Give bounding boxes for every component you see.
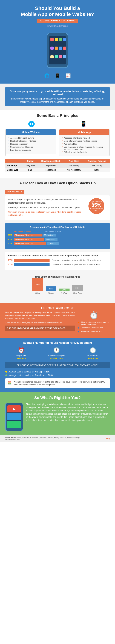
time-row-2018: 2018 2 hours and 36 minutes 26 minutes [8, 238, 107, 241]
fav-bar-3: 10% 4-5 App [59, 278, 70, 294]
principles-grid: Mobile Website Accessed through browsing… [5, 129, 110, 156]
effort-right: ⏱️ ● It takes 18 weeks, on average, to b… [78, 311, 110, 334]
year-2019: 2019 [8, 242, 14, 245]
popularity-text2: However, in terms of time spent, mobile … [8, 206, 83, 209]
final-phone-graphic: ▶ [5, 403, 23, 431]
fav-bar-4: 23% Other Apps [72, 278, 83, 294]
hours-item-very-complex: 🕛 Very complex: 900+ hours [87, 347, 99, 360]
year-2017: 2017 [8, 234, 14, 236]
hours-item-simple: ⏰ Simple app: 300 hours [16, 347, 26, 360]
cost-item-android: Average cost to develop an Android app: … [5, 374, 110, 376]
web-bar-2017: 26 minutes [43, 234, 56, 236]
website-col-header: Mobile Website [6, 130, 56, 135]
android-cost-label: Average cost to develop an Android app: [8, 374, 47, 376]
fav-bars: 49% #1 App 18% #2 App 10% 4-5 App 23% [8, 280, 107, 294]
clock-icon: ⏰ [16, 347, 26, 353]
effort-point-3-text: 8 weeks for the front end [81, 330, 102, 332]
effort-point-2-text: 10 weeks for the back end [81, 326, 103, 328]
time-row-2019: 2019 2 hours and 45 minutes 27 minutes [8, 242, 107, 245]
popularity-text: Because they're ubiquitous on mobile dev… [8, 198, 83, 218]
popularity-box: Because they're ubiquitous on mobile dev… [5, 196, 110, 220]
sources-text: BIScience, comscore, EntrepreNeur, eMark… [14, 437, 80, 438]
hours-num-simple: 300 hours [17, 357, 26, 359]
website-features-list: Accessed through browsing Relatively sta… [6, 135, 56, 154]
page-title: Should You Build a Mobile App or Mobile … [7, 5, 108, 17]
fav-label-2: #2 App [48, 292, 54, 294]
fav-bar-1: 49% #1 App [32, 278, 43, 294]
on-mobile-web-label: ON MOBILE WEB [45, 230, 61, 232]
fav-label-4: Other Apps [73, 292, 82, 294]
cost-item-ios: Average cost to develop an iOS app: $28K [5, 370, 110, 373]
fav-bar-2: 18% #2 App [46, 278, 56, 294]
table-cell: Mandatory [84, 164, 110, 168]
app-bar-2018: 2 hours and 36 minutes [14, 238, 44, 241]
effort-point-1-text: It takes 18 weeks, on average, to build … [81, 321, 110, 325]
fav-label-1: #1 App [35, 292, 40, 294]
website-principles-col: Mobile Website Accessed through browsing… [5, 129, 56, 156]
table-header-approval: Approval Process [84, 159, 110, 164]
phone-graphic-left [47, 32, 68, 68]
hours-label-complex: Somewhat complex: 300–900 hours [48, 354, 65, 360]
table-cell: Not Necessary [64, 168, 84, 172]
table-cell: Very Fast [23, 164, 38, 168]
effort-heading: EFFORT AND COST [5, 306, 110, 310]
popularity-percentage: 85% [92, 203, 102, 208]
fav-label-3: 4-5 App [61, 292, 67, 294]
blue-dot-icon: ● [78, 326, 80, 329]
intro-body: Should you develop a mobile app or devot… [9, 97, 106, 104]
popularity-right: Apps account for 85% of total mobile tim… [86, 198, 107, 218]
fav-pct-1: 49% [36, 284, 40, 286]
time-stats-section: Average Mobile Time Spent Per Day by U.S… [5, 223, 110, 249]
final-text: Given that developing a mobile app takes… [26, 403, 110, 431]
list-item: Accessed through browsing [8, 137, 54, 139]
fav-pct-3: 10% [62, 289, 66, 291]
ios-cost-label: Average cost to develop an iOS app: [8, 370, 43, 373]
subtitle-bar: A DEVELOPMENT DILEMMA [37, 18, 78, 23]
list-item: Can make use of phone features like loca… [62, 146, 108, 150]
app-col-header: Mobile App [59, 130, 110, 135]
list-item: Difficult to maintain/update [62, 151, 108, 153]
hours-grid: ⏰ Simple app: 300 hours 🕐 Somewhat compl… [5, 347, 110, 360]
hours-label-very-complex: Very complex: 900+ hours [87, 354, 99, 360]
table-header-cost: Development Cost [38, 159, 64, 164]
app-bar-2019: 2 hours and 45 minutes [14, 242, 46, 245]
ios-dot-icon [5, 371, 7, 373]
table-header-speed: Speed [23, 159, 38, 164]
popularity-circle: Apps account for 85% of total mobile tim… [88, 198, 104, 214]
hours-num-complex: 300–900 hours [50, 357, 63, 359]
hours-num-very-complex: 900+ hours [88, 357, 98, 359]
time-bars-2017: 2 hours and 25 minutes 26 minutes [14, 234, 107, 236]
orange-dot-icon: ● [78, 321, 80, 324]
popularity-text1: Because they're ubiquitous on mobile dev… [8, 198, 83, 204]
app-bar-2017: 2 hours and 25 minutes [14, 234, 42, 236]
fav-apps-section: Time Spent on Consumers' Favorite Apps 4… [5, 273, 110, 297]
table-cell: Fast [23, 168, 38, 172]
popularity-stat2: of total mobile time spent [88, 208, 104, 211]
intro-heading: Your company needs to go mobile with a n… [9, 90, 106, 96]
header-section: Should You Build a Mobile App or Mobile … [0, 0, 115, 84]
effort-content: With the move toward responsive developm… [5, 311, 110, 334]
byline: by @MDGadvertising [7, 25, 108, 27]
cost-items: Average cost to develop an iOS app: $28K… [5, 370, 110, 376]
pct-bar-fill-2 [14, 263, 50, 266]
hours-heading: Average Number of Hours Needed for Devel… [5, 341, 110, 344]
blue-dot-icon-2: ● [78, 330, 80, 333]
final-heading: So What's Right for You? [5, 396, 110, 400]
stacking-header: A Closer Look at How Each Option Stacks … [0, 178, 115, 186]
final-content: ▶ Given that developing a mobile app tak… [5, 403, 110, 431]
popularity-label: POPULARITY [5, 190, 110, 196]
pct-bar-fill-1 [14, 259, 50, 262]
footer-logo: mdg [106, 438, 110, 440]
pct-num-2: 77% [8, 263, 14, 266]
list-item: More interactive user interface options [62, 140, 108, 142]
table-cell: None [84, 168, 110, 172]
ios-cost-value: $28K [44, 370, 50, 373]
effort-section: EFFORT AND COST With the move toward res… [0, 303, 115, 338]
table-cell: Reasonable [38, 168, 64, 172]
globe-icon: 🌐 [28, 120, 35, 127]
principles-section: Some Basic Principles 🌐 📱 Mobile Website… [0, 110, 115, 178]
fav-bar-fill-1: 49% [32, 278, 43, 292]
budget-text: When budgeting for an app, don't forget … [14, 381, 105, 386]
pct-bar-row-1: 77% of consumers' app time is spent with… [8, 259, 107, 262]
effort-text: With the move toward responsive developm… [5, 311, 75, 334]
